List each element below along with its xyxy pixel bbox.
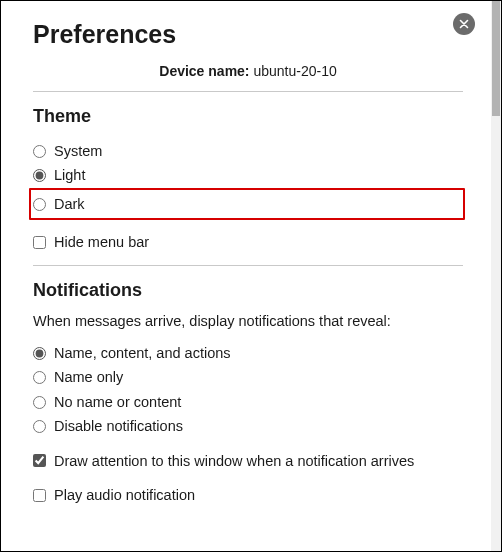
theme-radio-dark[interactable] [33, 198, 46, 211]
notif-option-full[interactable]: Name, content, and actions [33, 341, 463, 365]
play-audio-option[interactable]: Play audio notification [33, 483, 463, 507]
notif-label-name-only: Name only [54, 366, 123, 388]
notif-label-full: Name, content, and actions [54, 342, 231, 364]
notif-option-disabled[interactable]: Disable notifications [33, 414, 463, 438]
notif-option-name-only[interactable]: Name only [33, 365, 463, 389]
theme-radio-light[interactable] [33, 169, 46, 182]
theme-label-dark: Dark [54, 193, 85, 215]
close-button[interactable] [453, 13, 475, 35]
notif-radio-none[interactable] [33, 396, 46, 409]
hide-menu-bar-label: Hide menu bar [54, 231, 149, 253]
draw-attention-checkbox[interactable] [33, 454, 46, 467]
hide-menu-bar-checkbox[interactable] [33, 236, 46, 249]
scrollbar-track[interactable] [491, 1, 501, 551]
play-audio-label: Play audio notification [54, 484, 195, 506]
theme-heading: Theme [33, 106, 463, 127]
notif-radio-name-only[interactable] [33, 371, 46, 384]
dark-option-highlight: Dark [29, 188, 465, 220]
device-name-row: Device name: ubuntu-20-10 [33, 63, 463, 79]
theme-option-light[interactable]: Light [33, 163, 463, 187]
scrollbar-thumb[interactable] [492, 1, 500, 116]
draw-attention-label: Draw attention to this window when a not… [54, 450, 414, 472]
notif-option-none[interactable]: No name or content [33, 390, 463, 414]
notif-label-disabled: Disable notifications [54, 415, 183, 437]
preferences-panel: Preferences Device name: ubuntu-20-10 Th… [1, 1, 491, 516]
device-name-label: Device name: [159, 63, 249, 79]
draw-attention-option[interactable]: Draw attention to this window when a not… [33, 449, 463, 473]
notif-label-none: No name or content [54, 391, 181, 413]
device-name-value: ubuntu-20-10 [253, 63, 336, 79]
theme-option-system[interactable]: System [33, 139, 463, 163]
divider [33, 265, 463, 266]
theme-radio-system[interactable] [33, 145, 46, 158]
page-title: Preferences [33, 19, 463, 49]
notif-radio-full[interactable] [33, 347, 46, 360]
theme-label-system: System [54, 140, 102, 162]
theme-label-light: Light [54, 164, 85, 186]
hide-menu-bar-option[interactable]: Hide menu bar [33, 230, 463, 254]
divider [33, 91, 463, 92]
notifications-heading: Notifications [33, 280, 463, 301]
close-icon [459, 19, 469, 29]
notifications-intro: When messages arrive, display notificati… [33, 313, 463, 329]
notif-radio-disabled[interactable] [33, 420, 46, 433]
play-audio-checkbox[interactable] [33, 489, 46, 502]
theme-option-dark[interactable]: Dark [33, 192, 459, 216]
